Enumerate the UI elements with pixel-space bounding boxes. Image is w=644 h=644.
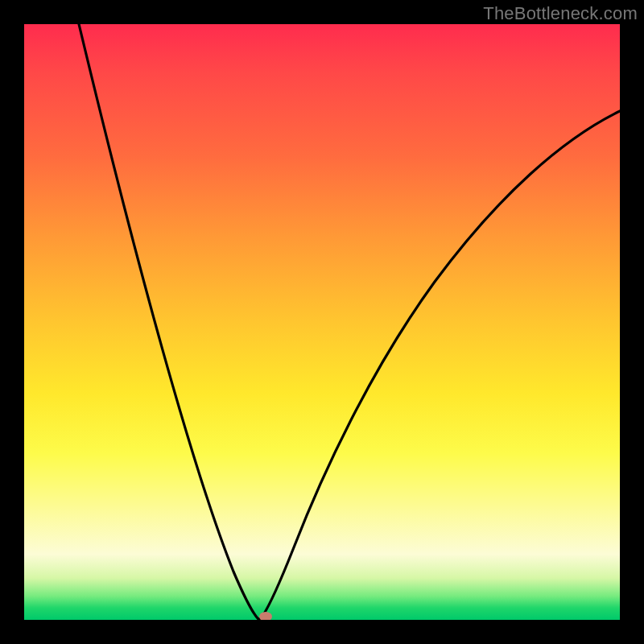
minimum-marker: [259, 612, 272, 620]
watermark-text: TheBottleneck.com: [483, 3, 638, 24]
chart-frame: TheBottleneck.com: [0, 0, 644, 644]
curve-svg: [24, 24, 620, 620]
plot-area: [24, 24, 620, 620]
bottleneck-curve: [79, 24, 620, 620]
